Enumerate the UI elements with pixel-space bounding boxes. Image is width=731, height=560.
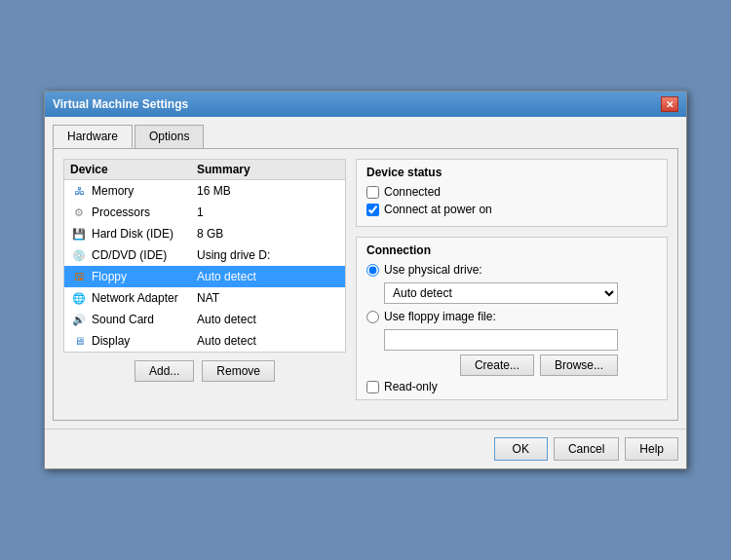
device-summary: 1 (197, 205, 339, 219)
readonly-checkbox[interactable] (366, 381, 379, 393)
floppy-image-input[interactable] (384, 329, 618, 351)
table-row[interactable]: 💿 CD/DVD (IDE) Using drive D: (64, 244, 345, 266)
connection-title: Connection (366, 243, 657, 257)
table-row[interactable]: 🖥 Display Auto detect (64, 330, 345, 352)
left-panel: Device Summary 🖧 Memory 16 MB ⚙ Processo… (63, 159, 346, 410)
device-summary: NAT (197, 291, 339, 305)
device-summary: 16 MB (197, 184, 339, 198)
hard-disk-icon: 💾 (70, 226, 88, 242)
col-device-header: Device (70, 163, 197, 176)
ok-button[interactable]: OK (494, 437, 548, 461)
soundcard-icon: 🔊 (70, 312, 88, 327)
device-name: Hard Disk (IDE) (92, 227, 197, 241)
connect-at-power-on-row: Connect at power on (366, 203, 657, 216)
right-panel: Device status Connected Connect at power… (356, 159, 668, 410)
device-status-section: Device status Connected Connect at power… (356, 159, 668, 227)
device-summary: 8 GB (197, 227, 339, 241)
device-table: Device Summary 🖧 Memory 16 MB ⚙ Processo… (63, 159, 346, 353)
connected-row: Connected (366, 185, 657, 199)
use-floppy-image-row: Use floppy image file: (366, 310, 657, 323)
title-bar: Virtual Machine Settings ✕ (45, 92, 686, 117)
use-physical-drive-label: Use physical drive: (384, 263, 482, 277)
device-name: Memory (92, 184, 197, 198)
remove-button[interactable]: Remove (202, 360, 275, 382)
connect-at-power-on-label: Connect at power on (384, 203, 492, 216)
processors-icon: ⚙ (70, 205, 88, 220)
table-row[interactable]: 🌐 Network Adapter NAT (64, 287, 345, 309)
use-floppy-image-label: Use floppy image file: (384, 310, 496, 323)
browse-button[interactable]: Browse... (540, 355, 618, 376)
table-row[interactable]: 🖧 Memory 16 MB (64, 180, 345, 202)
device-name: Display (92, 334, 197, 348)
image-file-buttons: Create... Browse... (384, 355, 618, 376)
device-summary: Using drive D: (197, 248, 339, 262)
create-button[interactable]: Create... (460, 355, 534, 376)
connect-at-power-on-checkbox[interactable] (366, 204, 379, 216)
table-row[interactable]: ⚙ Processors 1 (64, 202, 345, 223)
tab-hardware[interactable]: Hardware (53, 125, 133, 148)
window-body: Hardware Options Device Summary 🖧 Memory… (45, 117, 686, 429)
use-physical-drive-row: Use physical drive: (366, 263, 657, 277)
device-summary: Auto detect (197, 313, 339, 326)
close-button[interactable]: ✕ (661, 96, 678, 112)
tab-options[interactable]: Options (135, 125, 204, 148)
floppy-image-file-row: Create... Browse... (384, 329, 657, 376)
connection-section: Connection Use physical drive: Auto dete… (356, 237, 668, 400)
physical-drive-dropdown-row: Auto detect A: B: (384, 282, 657, 304)
readonly-label: Read-only (384, 380, 438, 393)
main-window: Virtual Machine Settings ✕ Hardware Opti… (44, 91, 687, 469)
device-name: Processors (92, 205, 197, 219)
floppy-icon: 🖫 (70, 269, 88, 284)
display-icon: 🖥 (70, 333, 88, 349)
cancel-button[interactable]: Cancel (554, 437, 619, 461)
help-button[interactable]: Help (625, 437, 678, 461)
device-summary: Auto detect (197, 334, 339, 348)
table-row[interactable]: 🔊 Sound Card Auto detect (64, 309, 345, 330)
device-table-header: Device Summary (64, 160, 345, 180)
tabs: Hardware Options (53, 125, 678, 148)
use-physical-drive-radio[interactable] (366, 264, 379, 277)
physical-drive-select[interactable]: Auto detect A: B: (384, 282, 618, 304)
readonly-row: Read-only (366, 380, 657, 393)
window-footer: OK Cancel Help (45, 429, 686, 468)
network-icon: 🌐 (70, 290, 88, 306)
device-table-body: 🖧 Memory 16 MB ⚙ Processors 1 💾 Hard Dis… (64, 180, 345, 352)
device-name: Floppy (92, 270, 197, 283)
table-row[interactable]: 🖫 Floppy Auto detect (64, 266, 345, 287)
use-floppy-image-radio[interactable] (366, 311, 379, 323)
col-summary-header: Summary (197, 163, 339, 176)
title-bar-buttons: ✕ (661, 96, 678, 112)
device-name: Sound Card (92, 313, 197, 326)
window-title: Virtual Machine Settings (53, 97, 188, 111)
table-row[interactable]: 💾 Hard Disk (IDE) 8 GB (64, 223, 345, 244)
connected-checkbox[interactable] (366, 186, 379, 199)
cdvd-icon: 💿 (70, 247, 88, 263)
connected-label: Connected (384, 185, 441, 199)
add-button[interactable]: Add... (135, 360, 194, 382)
tab-content: Device Summary 🖧 Memory 16 MB ⚙ Processo… (53, 148, 678, 421)
device-status-title: Device status (366, 166, 657, 179)
memory-icon: 🖧 (70, 183, 88, 199)
device-summary: Auto detect (197, 270, 339, 283)
device-name: Network Adapter (92, 291, 197, 305)
device-name: CD/DVD (IDE) (92, 248, 197, 262)
left-bottom-buttons: Add... Remove (63, 360, 346, 382)
